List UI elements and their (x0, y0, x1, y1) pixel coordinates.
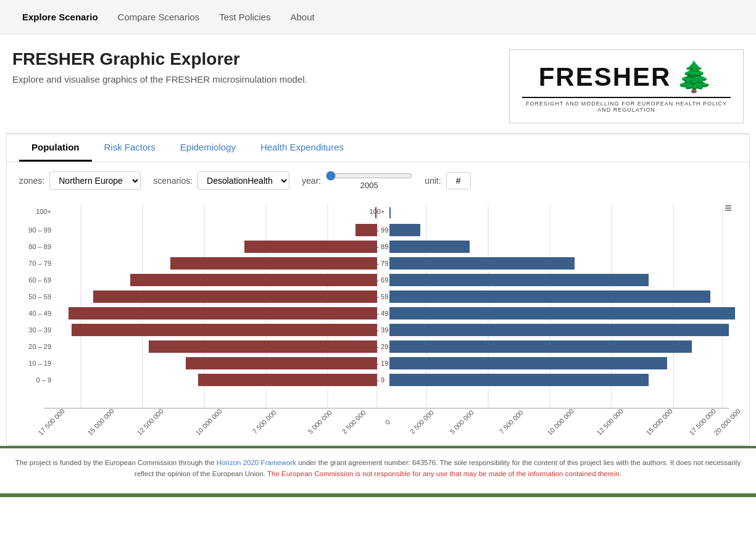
logo-name: FRESHER (539, 62, 671, 92)
footer-green-bar (0, 493, 756, 497)
svg-text:100+: 100+ (370, 208, 385, 215)
svg-text:80 – 89: 80 – 89 (28, 243, 51, 250)
svg-text:10 000 000: 10 000 000 (546, 407, 575, 436)
svg-rect-50 (389, 274, 649, 286)
svg-text:60 – 69: 60 – 69 (28, 276, 51, 284)
svg-rect-51 (389, 290, 710, 303)
svg-text:10 000 000: 10 000 000 (194, 407, 223, 436)
svg-text:40 – 49: 40 – 49 (28, 310, 51, 317)
scenarios-select[interactable]: DesolationHealth Baseline HealthyAging (197, 171, 289, 190)
svg-text:12 500 000: 12 500 000 (135, 407, 164, 436)
svg-text:100+: 100+ (36, 208, 51, 215)
year-value: 2005 (360, 181, 378, 190)
svg-rect-36 (355, 224, 377, 236)
nav-compare-scenarios[interactable]: Compare Scenarios (108, 0, 210, 35)
svg-text:5 000 000: 5 000 000 (449, 409, 475, 435)
nav-about[interactable]: About (281, 0, 325, 35)
svg-rect-45 (198, 374, 377, 386)
tab-risk-factors[interactable]: Risk Factors (92, 134, 168, 162)
svg-rect-39 (130, 274, 377, 286)
svg-rect-49 (389, 257, 575, 270)
svg-rect-40 (93, 290, 377, 303)
svg-text:10 – 19: 10 – 19 (28, 360, 51, 367)
header-section: FRESHER Graphic Explorer Explore and vis… (0, 35, 756, 133)
svg-text:0 – 9: 0 – 9 (36, 376, 51, 384)
logo-text: FRESHER 🌲 (539, 60, 715, 94)
svg-text:2 500 000: 2 500 000 (409, 409, 435, 435)
svg-rect-47 (389, 224, 420, 236)
logo-box: FRESHER 🌲 FORESIGHT AND MODELLING FOR EU… (509, 49, 744, 123)
nav-test-policies[interactable]: Test Policies (209, 0, 280, 35)
main-content: Population Risk Factors Epidemiology Hea… (6, 133, 750, 446)
svg-text:20 – 29: 20 – 29 (28, 343, 51, 350)
svg-rect-44 (186, 357, 377, 369)
tab-epidemiology[interactable]: Epidemiology (168, 134, 248, 162)
svg-rect-55 (389, 357, 667, 369)
svg-rect-54 (389, 340, 692, 353)
footer-section: The project is funded by the European Co… (0, 446, 756, 488)
unit-input[interactable] (446, 172, 471, 189)
nav-bar: Explore Scenario Compare Scenarios Test … (0, 0, 756, 35)
svg-text:15 000 000: 15 000 000 (644, 407, 673, 436)
svg-text:0: 0 (384, 418, 392, 426)
svg-text:2 500 000: 2 500 000 (341, 409, 367, 435)
svg-text:7 500 000: 7 500 000 (498, 409, 525, 435)
unit-control: unit: (425, 172, 470, 189)
footer-text-red: The European Commission is not responsib… (267, 470, 621, 477)
svg-text:50 – 59: 50 – 59 (28, 293, 51, 300)
zones-control: zones: Northern Europe Southern Europe E… (19, 171, 141, 190)
svg-rect-37 (244, 241, 377, 253)
scenarios-label: scenarios: (153, 176, 193, 186)
footer-text-1: The project is funded by the European Co… (15, 459, 217, 466)
year-control: year: 2005 (302, 171, 412, 190)
svg-text:17 500 000: 17 500 000 (36, 407, 65, 436)
svg-text:5 000 000: 5 000 000 (307, 409, 333, 435)
svg-rect-42 (72, 324, 377, 336)
population-pyramid-chart: .axis-label { font-size: 11px; fill: #55… (19, 199, 735, 439)
scenarios-control: scenarios: DesolationHealth Baseline Hea… (153, 171, 289, 190)
svg-text:90 – 99: 90 – 99 (28, 226, 51, 234)
svg-rect-48 (389, 241, 470, 253)
tabs-section: Population Risk Factors Epidemiology Hea… (7, 134, 749, 162)
chart-area: ≡ .axis-label { font-size: 11px; fill: #… (7, 199, 749, 445)
tab-population[interactable]: Population (19, 134, 92, 162)
footer-link-horizon[interactable]: Horizon 2020 Framework (217, 459, 296, 466)
year-label: year: (302, 176, 321, 186)
svg-text:70 – 79: 70 – 79 (28, 260, 51, 267)
svg-rect-41 (69, 307, 377, 319)
page-title: FRESHER Graphic Explorer (12, 49, 307, 69)
svg-rect-56 (389, 374, 649, 386)
tab-health-expenditures[interactable]: Health Expenditures (248, 134, 356, 162)
svg-rect-43 (149, 340, 377, 353)
svg-rect-38 (170, 257, 377, 270)
chart-menu-icon[interactable]: ≡ (725, 201, 732, 215)
year-slider-container: 2005 (326, 171, 412, 190)
svg-rect-35 (375, 207, 376, 218)
nav-explore-scenario[interactable]: Explore Scenario (12, 0, 108, 35)
svg-rect-53 (389, 324, 729, 336)
year-slider[interactable] (326, 171, 412, 181)
svg-rect-46 (389, 207, 391, 218)
zones-label: zones: (19, 176, 44, 186)
svg-text:30 – 39: 30 – 39 (28, 326, 51, 334)
controls-row: zones: Northern Europe Southern Europe E… (7, 162, 749, 199)
svg-text:7 500 000: 7 500 000 (251, 409, 278, 435)
logo-tree-icon: 🌲 (676, 60, 714, 94)
svg-text:12 500 000: 12 500 000 (595, 407, 624, 436)
zones-select[interactable]: Northern Europe Southern Europe Eastern … (49, 171, 141, 190)
svg-text:15 000 000: 15 000 000 (86, 407, 115, 436)
svg-rect-52 (389, 307, 735, 319)
logo-tagline: FORESIGHT AND MODELLING FOR EUROPEAN HEA… (522, 97, 731, 113)
unit-label: unit: (425, 176, 441, 186)
page-subtitle: Explore and visualise graphics of the FR… (12, 74, 307, 84)
header-left: FRESHER Graphic Explorer Explore and vis… (12, 49, 307, 84)
svg-text:20 000 000: 20 000 000 (712, 407, 741, 436)
